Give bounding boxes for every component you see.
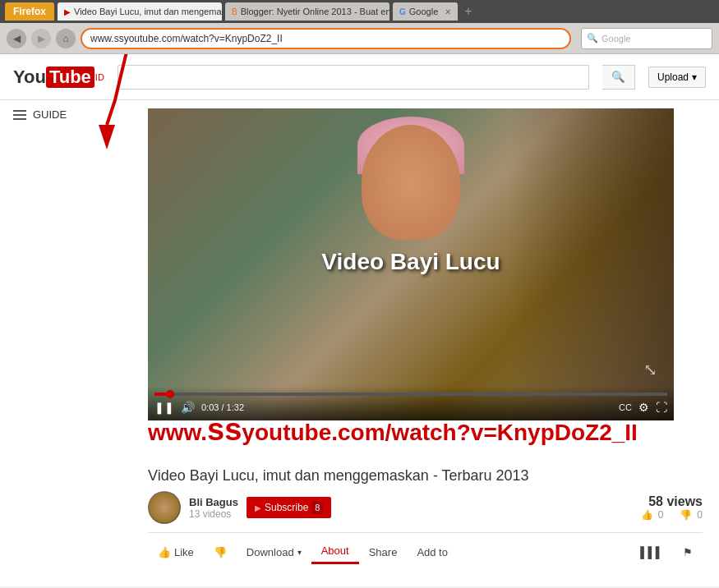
- google-tab-icon: G: [399, 7, 406, 16]
- avatar-image: [150, 493, 179, 522]
- video-meta: Bli Bagus 13 videos ▶ Subscribe 8 58 vie…: [148, 491, 703, 524]
- guide-label: GUIDE: [33, 108, 67, 121]
- youtube-body: GUIDE Video Bayi Lucu ⤡: [0, 100, 719, 572]
- ss-text: ss: [207, 412, 242, 447]
- video-count: 13 videos: [189, 508, 238, 520]
- channel-name[interactable]: Bli Bagus: [189, 496, 238, 508]
- channel-info: Bli Bagus 13 videos ▶ Subscribe 8: [148, 491, 331, 524]
- action-bar: 👍 Like 👎 Download ▾ About Share Add to: [148, 532, 703, 564]
- forward-button[interactable]: ▶: [31, 29, 51, 48]
- download-label: Download: [247, 546, 294, 558]
- youtube-search-input[interactable]: [118, 65, 589, 90]
- download-button[interactable]: Download ▾: [237, 541, 311, 563]
- about-button[interactable]: About: [311, 540, 359, 564]
- youtube-tab-icon: ▶: [64, 7, 71, 16]
- subscriber-count: 8: [311, 501, 323, 514]
- firefox-tab-label: Firefox: [13, 6, 46, 17]
- browser-chrome: Firefox ▶ Video Bayi Lucu, imut dan meng…: [0, 0, 719, 54]
- logo-tube: Tube: [46, 67, 94, 88]
- like-button[interactable]: 👍 Like: [148, 541, 204, 563]
- share-button[interactable]: Share: [359, 541, 408, 563]
- stats-icon: ▌▌▌: [640, 546, 663, 558]
- time-display: 0:03 / 1:32: [201, 402, 244, 412]
- video-title: Video Bayi Lucu, imut dan menggemaskan -…: [148, 467, 703, 485]
- new-tab-button[interactable]: +: [464, 4, 472, 19]
- yt-icon-small: ▶: [255, 503, 261, 512]
- thumbs-down-icon: 👎: [680, 509, 692, 521]
- like-count: 0: [658, 509, 664, 521]
- guide-button[interactable]: GUIDE: [13, 108, 118, 121]
- tab-youtube[interactable]: ▶ Video Bayi Lucu, imut dan mengemas... …: [58, 2, 222, 21]
- google-search-text: Google: [601, 34, 630, 44]
- upload-label: Upload: [657, 71, 689, 83]
- logo-id: ID: [95, 72, 104, 82]
- like-icon: 👍: [158, 546, 171, 558]
- upload-button[interactable]: Upload ▾: [648, 67, 706, 88]
- tab-youtube-label: Video Bayi Lucu, imut dan mengemas...: [74, 7, 222, 16]
- current-time: 0:03: [201, 402, 219, 412]
- channel-avatar[interactable]: [148, 491, 181, 524]
- search-icon: 🔍: [611, 71, 625, 83]
- firefox-tab[interactable]: Firefox: [5, 2, 54, 21]
- youtube-logo: YouTubeID: [13, 67, 104, 88]
- hamburger-icon: [13, 110, 26, 120]
- tab-blogger-label: Blogger: Nyetir Online 2013 - Buat entri: [241, 7, 389, 16]
- about-label: About: [321, 544, 349, 557]
- dislike-button[interactable]: 👎: [204, 541, 237, 563]
- like-row: 👍 0 👎 0: [641, 509, 703, 521]
- url-overlay-container: www.ssyoutube.com/watch?v=KnypDoZ2_II: [148, 412, 703, 457]
- video-player: Video Bayi Lucu ⤡ ❚❚ 🔊 0:03: [148, 108, 674, 420]
- video-thumbnail: Video Bayi Lucu ⤡: [148, 108, 674, 420]
- search-area: 🔍 Google: [581, 28, 712, 49]
- youtube-page: YouTubeID 🔍 Upload ▾ GUIDE: [0, 54, 719, 586]
- google-logo-small: 🔍: [587, 33, 598, 44]
- address-bar-wrapper: [81, 28, 571, 49]
- address-bar[interactable]: [81, 28, 571, 49]
- dislike-count: 0: [697, 509, 703, 521]
- channel-details: Bli Bagus 13 videos: [189, 496, 238, 520]
- thumbs-up-icon: 👍: [641, 509, 653, 521]
- sidebar: GUIDE: [0, 100, 131, 572]
- video-overlay-text: Video Bayi Lucu: [321, 249, 500, 275]
- progress-dot: [166, 390, 174, 398]
- tab-google[interactable]: G Google ✕: [393, 2, 458, 21]
- progress-bar[interactable]: [154, 393, 667, 396]
- dislike-icon: 👎: [214, 546, 227, 558]
- browser-toolbar: ◀ ▶ ⌂ 🔍 Google: [0, 23, 719, 54]
- download-dropdown-icon: ▾: [297, 548, 302, 557]
- back-button[interactable]: ◀: [7, 29, 26, 48]
- upload-dropdown-icon: ▾: [692, 71, 697, 83]
- subscribe-button[interactable]: ▶ Subscribe 8: [247, 497, 332, 518]
- google-search-box[interactable]: 🔍 Google: [581, 28, 712, 49]
- baby-face: [362, 125, 460, 240]
- browser-titlebar: Firefox ▶ Video Bayi Lucu, imut dan meng…: [0, 0, 719, 23]
- subscribe-label: Subscribe: [265, 502, 308, 513]
- view-count: 58 views: [641, 494, 703, 509]
- blogger-tab-icon: B: [232, 7, 237, 16]
- tab-google-close[interactable]: ✕: [445, 7, 451, 16]
- logo-you: You: [13, 67, 46, 88]
- home-button[interactable]: ⌂: [56, 29, 76, 48]
- tab-google-label: Google: [409, 7, 438, 16]
- stats-button[interactable]: ▌▌▌: [630, 541, 673, 563]
- like-label: Like: [174, 546, 194, 558]
- flag-icon: ⚑: [683, 546, 693, 558]
- total-time: 1:32: [227, 402, 244, 412]
- url-overlay-text: www.ssyoutube.com/watch?v=KnypDoZ2_II: [148, 412, 703, 448]
- share-label: Share: [369, 546, 398, 558]
- url-rest: youtube.com/watch?v=KnypDoZ2_II: [242, 420, 638, 445]
- main-content: Video Bayi Lucu ⤡ ❚❚ 🔊 0:03: [131, 100, 719, 572]
- tab-blogger[interactable]: B Blogger: Nyetir Online 2013 - Buat ent…: [225, 2, 389, 21]
- add-to-button[interactable]: Add to: [407, 541, 458, 563]
- flag-button[interactable]: ⚑: [673, 541, 703, 563]
- youtube-search-button[interactable]: 🔍: [602, 65, 635, 90]
- expand-arrows: ⤡: [643, 360, 657, 379]
- add-to-label: Add to: [417, 546, 448, 558]
- views-area: 58 views 👍 0 👎 0: [641, 494, 703, 521]
- youtube-header: YouTubeID 🔍 Upload ▾: [0, 54, 719, 100]
